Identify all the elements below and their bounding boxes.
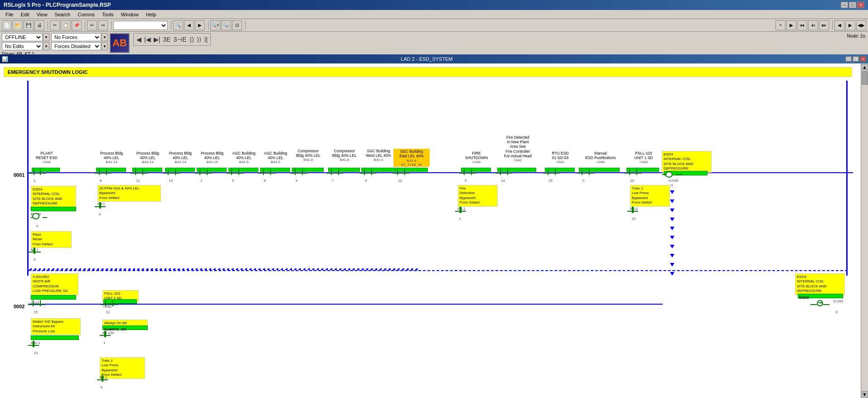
open-button[interactable]: 📂 [13, 20, 23, 30]
close-button[interactable]: × [857, 2, 864, 8]
deltaV-bypass-label: DeltaV S/D BypassInstrument AirPressure … [31, 318, 81, 335]
inner-minimize[interactable]: ─ [845, 56, 852, 62]
lad-sym-end[interactable]: ▶| [153, 36, 161, 43]
down-arrows [670, 190, 674, 276]
tb-r5[interactable]: ⏭ [819, 20, 829, 30]
next-btn[interactable]: ▶ [195, 20, 205, 30]
scrollbar-vertical[interactable]: ▲ ▼ [861, 63, 868, 398]
inner-restore[interactable]: ❐ [853, 56, 859, 62]
train1-bypass-contact [627, 209, 638, 213]
c2-addr: 8 [100, 179, 102, 183]
v601-sym [28, 303, 45, 306]
edits-arrow[interactable]: ▼ [43, 42, 49, 50]
c9-sym [326, 171, 344, 175]
menu-window[interactable]: Window [117, 11, 142, 18]
lad-sym-start[interactable]: |◀ [143, 36, 152, 43]
search-dropdown[interactable] [113, 21, 168, 30]
zoom-in[interactable]: 🔍+ [210, 20, 220, 30]
rung2-output-addr: O:040 [833, 299, 843, 303]
tb-r4[interactable]: ⏯ [808, 20, 818, 30]
copy-button[interactable]: 📋 [61, 20, 71, 30]
inner-window: 📊 LAD 2 - ESD_SYSTEM ─ ❐ × EMERGENCY SHU… [0, 54, 868, 398]
zoom-out[interactable]: 🔍- [221, 20, 231, 30]
menu-help[interactable]: Help [142, 11, 160, 18]
save-button[interactable]: 💾 [24, 20, 34, 30]
c11-label: SGC BuildingEast LEL 40% B41:4AT_721B_40 [393, 149, 430, 167]
forces-status-arrow[interactable]: ▼ [102, 42, 108, 50]
rung-number-1: 0001 [14, 172, 24, 178]
c14-label: RTU ESD01-SD-03 I:041 [544, 151, 577, 164]
mode-arrow[interactable]: ▼ [43, 33, 49, 41]
forces-status-select[interactable]: Forces Disabled [51, 42, 101, 50]
mode-select[interactable]: OFFLINE [2, 33, 43, 41]
menu-file[interactable]: File [2, 11, 17, 18]
scroll-down-btn[interactable]: ▼ [862, 391, 868, 398]
new-button[interactable]: 📄 [2, 20, 12, 30]
maximize-button[interactable]: □ [849, 2, 856, 8]
ladder-area[interactable]: EMERGENCY SHUTDOWN LOGIC 0001 PLANTRESET… [0, 63, 868, 398]
psll202-bit: 11 [106, 310, 110, 314]
lad-sym-3e[interactable]: 3⊣E [172, 36, 187, 43]
logo-box: AB [110, 33, 130, 53]
c7-addr: 8 [264, 179, 266, 183]
prev-btn[interactable]: ◀ [184, 20, 194, 30]
tb-r6[interactable]: ◀ [834, 20, 844, 30]
fire-bypass-contact [455, 209, 466, 213]
undo-button[interactable]: ↩ [87, 20, 97, 30]
minimize-button[interactable]: ─ [841, 2, 848, 8]
menu-view[interactable]: View [33, 11, 51, 18]
inner-close[interactable]: × [860, 56, 866, 62]
c9-label: CompressorBldg 40% LEL B41:8 [327, 149, 362, 162]
menu-tools[interactable]: Tools [98, 11, 117, 18]
c4-label: Process Bldg40% LEL B41:14 [164, 151, 197, 164]
power-rail-right-1 [846, 81, 848, 276]
forces-select[interactable]: No Forces [51, 33, 101, 41]
forces-arrow[interactable]: ▼ [102, 33, 108, 41]
lad-sym-end2[interactable]: ⟩| [203, 36, 209, 43]
menu-edit[interactable]: Edit [17, 11, 33, 18]
print-button[interactable]: 🖨 [34, 20, 44, 30]
esd-banner: EMERGENCY SHUTDOWN LOGIC [4, 67, 852, 77]
zoom-fit[interactable]: ⊡ [232, 20, 242, 30]
rung-number-2: 0002 [14, 304, 24, 309]
c14-addr: 15 [548, 179, 553, 183]
power-rail-left-1 [27, 81, 29, 276]
edits-select[interactable]: No Edits [2, 42, 43, 50]
c8-addr: 4 [296, 179, 297, 183]
menu-search[interactable]: Search [51, 11, 74, 18]
rung2-main-wire [28, 304, 663, 305]
lad-sym-right[interactable]: ⟩⟩ [196, 36, 202, 43]
redo-button[interactable]: ↪ [98, 20, 108, 30]
train1-bypass-addr: 15 [631, 217, 635, 221]
scroll-thumb[interactable] [862, 71, 868, 85]
paste-button[interactable]: 📌 [72, 20, 82, 30]
mode-dropdown-row: OFFLINE ▼ [2, 33, 49, 41]
tb-r8[interactable]: ◀▶ [856, 20, 866, 30]
lad-sym-ee[interactable]: 3E [162, 36, 171, 43]
esdd-coil-sym [31, 216, 47, 219]
c8-label: CompressorBldg 40% LEL B41:8 [291, 149, 325, 162]
c6-label: AGC Building40% LEL B41:5 [228, 151, 260, 164]
node-label: Node: 2o [847, 34, 865, 39]
scroll-up-btn[interactable]: ▲ [862, 64, 868, 70]
tb-r7[interactable]: ▶ [845, 20, 855, 30]
c12-sym [459, 171, 476, 175]
c3-sym [131, 171, 148, 175]
forces-status-row: Forces Disabled ▼ [51, 42, 108, 50]
lad-sym-left[interactable]: ⟨⟩ [189, 36, 195, 43]
tb-r1[interactable]: + [776, 20, 786, 30]
cut-button[interactable]: ✂ [50, 20, 60, 30]
lad-sym-prev[interactable]: ◀ [136, 36, 142, 43]
c12-label: FIRESHUTDOWN I:040 [460, 151, 493, 164]
menu-comms[interactable]: Comms [74, 11, 98, 18]
inner-title-text: LAD 2 - ESD_SYSTEM [401, 56, 452, 62]
rung1-main-wire [28, 172, 853, 173]
menu-bar: File Edit View Search Comms Tools Window… [0, 10, 868, 19]
search-btn[interactable]: 🔍 [173, 20, 183, 30]
title-bar: RSLogix 5 Pro - PLCProgramSample.RSP ─ □… [0, 0, 868, 10]
deltaV-bypass-green [31, 335, 79, 340]
c13-label: Fire DetectedIn New PlantArea SeeFire Co… [496, 135, 539, 162]
toolbar-main: 📄 📂 💾 🖨 ✂ 📋 📌 ↩ ↪ 🔍 ◀ ▶ 🔍+ 🔍- ⊡ + ▶ ⏮ ⏯ … [0, 19, 868, 32]
tb-r2[interactable]: ▶ [786, 20, 796, 30]
tb-r3[interactable]: ⏮ [797, 20, 807, 30]
